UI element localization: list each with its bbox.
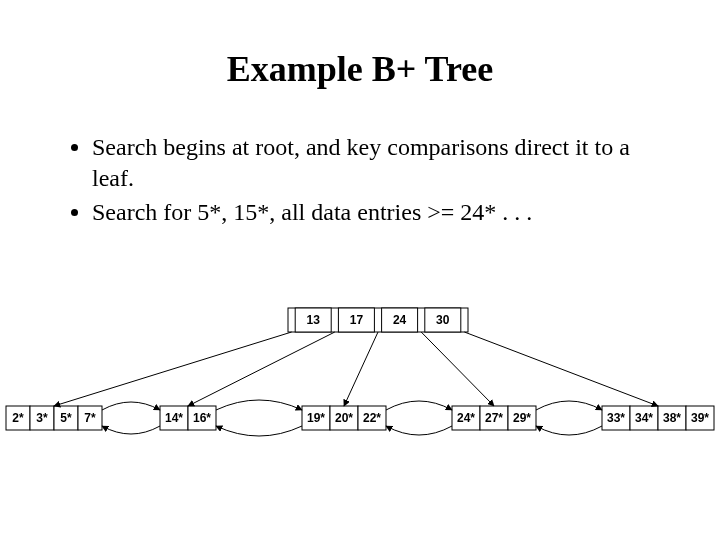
leaf-node-4: 33* 34* 38* 39* — [602, 406, 714, 430]
svg-line-25 — [464, 332, 658, 406]
tree-edges — [54, 332, 658, 406]
leaf-entry: 5* — [60, 411, 72, 425]
bullet-list: Search begins at root, and key compariso… — [74, 132, 668, 228]
root-key: 30 — [436, 313, 450, 327]
leaf-entry: 14* — [165, 411, 183, 425]
svg-line-23 — [344, 332, 378, 406]
leaf-entry: 3* — [36, 411, 48, 425]
root-key: 13 — [307, 313, 321, 327]
root-key: 24 — [393, 313, 407, 327]
leaf-entry: 34* — [635, 411, 653, 425]
leaf-node-0: 2* 3* 5* 7* — [6, 406, 102, 430]
root-key: 17 — [350, 313, 364, 327]
btree-diagram: 13 17 24 30 2* 3* 5* 7* 14* 16* 19* 20* … — [0, 298, 720, 458]
leaf-entry: 27* — [485, 411, 503, 425]
leaf-node-1: 14* 16* — [160, 406, 216, 430]
leaf-entry: 20* — [335, 411, 353, 425]
leaf-entry: 24* — [457, 411, 475, 425]
svg-line-24 — [421, 332, 494, 406]
page-title: Example B+ Tree — [0, 48, 720, 90]
leaf-entry: 19* — [307, 411, 325, 425]
leaf-entry: 33* — [607, 411, 625, 425]
root-node: 13 17 24 30 — [288, 308, 468, 332]
leaf-entry: 16* — [193, 411, 211, 425]
leaf-entry: 29* — [513, 411, 531, 425]
leaf-node-2: 19* 20* 22* — [302, 406, 386, 430]
leaf-node-3: 24* 27* 29* — [452, 406, 536, 430]
leaf-entry: 2* — [12, 411, 24, 425]
svg-line-21 — [54, 332, 292, 406]
svg-line-22 — [188, 332, 335, 406]
leaf-entry: 39* — [691, 411, 709, 425]
leaf-entry: 22* — [363, 411, 381, 425]
bullet-item: Search begins at root, and key compariso… — [92, 132, 668, 193]
leaf-entry: 7* — [84, 411, 96, 425]
bullet-item: Search for 5*, 15*, all data entries >= … — [92, 197, 668, 228]
leaf-entry: 38* — [663, 411, 681, 425]
